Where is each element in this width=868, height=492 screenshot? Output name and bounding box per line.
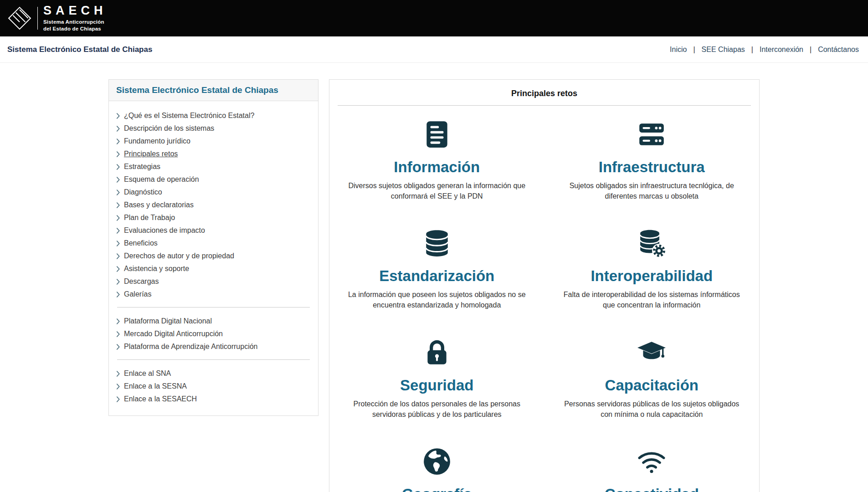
nav-link-see-chiapas[interactable]: SEE Chiapas xyxy=(702,46,745,54)
challenge-title: Información xyxy=(394,159,480,176)
challenges-grid: InformaciónDiversos sujetos obligados ge… xyxy=(329,106,759,492)
sidebar-item-fundamento-juridico[interactable]: Fundamento jurídico xyxy=(116,135,311,148)
sidebar-item-label: Descripción de los sistemas xyxy=(124,124,214,133)
sidebar-item-derechos-de-autor-y-de-propiedad[interactable]: Derechos de autor y de propiedad xyxy=(116,250,311,262)
sidebar-item-label: Plataforma de Aprendizaje Anticorrupción xyxy=(124,343,258,351)
challenge-title: Capacitación xyxy=(605,377,699,394)
logo-subtitle-line1: Sistema Anticorrupción xyxy=(43,19,104,25)
challenge-title: Conectividad xyxy=(605,486,699,492)
sidebar-menu: ¿Qué es el Sistema Electrónico Estatal?D… xyxy=(109,101,318,415)
chevron-right-icon xyxy=(116,279,120,285)
chevron-right-icon xyxy=(116,331,120,337)
page-content: Sistema Electrónico Estatal de Chiapas ¿… xyxy=(0,63,868,492)
sidebar-item-label: Fundamento jurídico xyxy=(124,137,190,145)
sidebar-item-enlace-a-la-sesaech[interactable]: Enlace a la SESAECH xyxy=(116,393,311,405)
nav-separator: | xyxy=(751,46,753,54)
challenge-item-conectividad: Conectividad xyxy=(544,433,760,492)
sidebar-item-label: Derechos de autor y de propiedad xyxy=(124,252,234,260)
saech-logo-icon xyxy=(7,6,32,31)
chevron-right-icon xyxy=(116,241,120,246)
sidebar-item-galerias[interactable]: Galerías xyxy=(116,288,311,301)
logo-title: SAECH xyxy=(43,5,107,17)
chevron-right-icon xyxy=(116,164,120,170)
sidebar-item-diagnostico[interactable]: Diagnóstico xyxy=(116,186,311,199)
nav-link-interconexion[interactable]: Interconexión xyxy=(760,46,803,54)
sidebar-item-label: Estrategias xyxy=(124,163,160,171)
chevron-right-icon xyxy=(116,292,120,297)
challenge-description: Falta de interoperabilidad de los sistem… xyxy=(563,289,741,310)
sidebar-item-plan-de-trabajo[interactable]: Plan de Trabajo xyxy=(116,211,311,224)
sidebar-item-enlace-a-la-sesna[interactable]: Enlace a la SESNA xyxy=(116,380,311,393)
chevron-right-icon xyxy=(116,190,120,195)
sidebar-item-label: Galerías xyxy=(124,290,151,298)
wifi-icon xyxy=(637,446,667,477)
globe-icon xyxy=(422,446,452,477)
chevron-right-icon xyxy=(116,384,120,390)
logo-divider xyxy=(37,7,38,30)
nav-separator: | xyxy=(693,46,695,54)
logo-subtitle-line2: del Estado de Chiapas xyxy=(43,26,101,31)
chevron-right-icon xyxy=(116,228,120,234)
challenge-title: Geografía xyxy=(402,486,472,492)
sidebar-item-label: Enlace a la SESNA xyxy=(124,382,187,390)
sidebar-title: Sistema Electrónico Estatal de Chiapas xyxy=(116,85,278,95)
challenge-description: Protección de los datos personales de la… xyxy=(348,399,526,420)
challenge-item-geografia: Geografía xyxy=(329,433,544,492)
sidebar-item-label: Principales retos xyxy=(124,150,178,158)
sidebar-item-label: Enlace a la SESAECH xyxy=(124,395,197,403)
main-navbar: Sistema Electrónico Estatal de Chiapas I… xyxy=(0,36,868,63)
sidebar-item-principales-retos[interactable]: Principales retos xyxy=(116,148,311,160)
challenge-item-infraestructura: InfraestructuraSujetos obligados sin inf… xyxy=(544,106,760,215)
sidebar-item-label: Mercado Digital Anticorrupción xyxy=(124,330,223,338)
sidebar-item-evaluaciones-de-impacto[interactable]: Evaluaciones de impacto xyxy=(116,224,311,237)
chevron-right-icon xyxy=(116,318,120,324)
sidebar-item-label: Beneficios xyxy=(124,239,158,247)
chevron-right-icon xyxy=(116,177,120,183)
challenge-item-capacitacion: CapacitaciónPersonas servidoras públicas… xyxy=(544,324,760,433)
sidebar-item-bases-y-declaratorias[interactable]: Bases y declaratorias xyxy=(116,199,311,211)
sidebar-item-label: Plataforma Digital Nacional xyxy=(124,317,212,325)
sidebar-item-plataforma-de-aprendizaje-anticorrupcion[interactable]: Plataforma de Aprendizaje Anticorrupción xyxy=(116,340,311,353)
nav-links: Inicio|SEE Chiapas|Interconexión|Contáct… xyxy=(670,46,859,54)
nav-link-inicio[interactable]: Inicio xyxy=(670,46,687,54)
database-gear-icon xyxy=(637,228,667,258)
challenge-item-seguridad: SeguridadProtección de los datos persona… xyxy=(329,324,544,433)
sidebar-item-asistencia-y-soporte[interactable]: Asistencia y soporte xyxy=(116,262,311,275)
sidebar-item-label: Esquema de operación xyxy=(124,175,199,184)
chevron-right-icon xyxy=(116,253,120,259)
sidebar-item-descargas[interactable]: Descargas xyxy=(116,275,311,288)
nav-link-contactanos[interactable]: Contáctanos xyxy=(818,46,859,54)
sidebar-item-label: Asistencia y soporte xyxy=(124,265,189,273)
sidebar-item-mercado-digital-anticorrupcion[interactable]: Mercado Digital Anticorrupción xyxy=(116,328,311,340)
challenge-title: Seguridad xyxy=(400,377,473,394)
challenge-title: Estandarización xyxy=(379,267,494,285)
sidebar-item-estrategias[interactable]: Estrategias xyxy=(116,160,311,173)
sidebar-item-beneficios[interactable]: Beneficios xyxy=(116,237,311,250)
sidebar-header: Sistema Electrónico Estatal de Chiapas xyxy=(109,80,318,101)
saech-logo[interactable]: SAECH Sistema Anticorrupción del Estado … xyxy=(7,5,107,32)
chevron-right-icon xyxy=(116,151,120,157)
chevron-right-icon xyxy=(116,215,120,221)
sidebar-item-label: Plan de Trabajo xyxy=(124,214,175,222)
challenge-description: Diversos sujetos obligados generan la in… xyxy=(348,180,526,201)
sidebar-item-plataforma-digital-nacional[interactable]: Plataforma Digital Nacional xyxy=(116,315,311,328)
nav-separator: | xyxy=(810,46,812,54)
challenge-description: La información que poseen los sujetos ob… xyxy=(348,289,526,310)
database-icon xyxy=(422,228,452,258)
sidebar-item-label: Enlace al SNA xyxy=(124,369,171,378)
server-icon xyxy=(637,119,667,149)
challenge-description: Personas servidoras públicas de los suje… xyxy=(563,399,741,420)
sidebar-item-que-es-el-sistema-electronico-estatal[interactable]: ¿Qué es el Sistema Electrónico Estatal? xyxy=(116,109,311,122)
challenge-item-interoperabilidad: InteroperabilidadFalta de interoperabili… xyxy=(544,215,760,323)
sidebar-divider xyxy=(117,307,310,308)
chevron-right-icon xyxy=(116,371,120,377)
document-lines-icon xyxy=(422,119,452,149)
lock-icon xyxy=(422,338,452,368)
chevron-right-icon xyxy=(116,202,120,208)
sidebar-item-label: ¿Qué es el Sistema Electrónico Estatal? xyxy=(124,112,254,120)
sidebar-item-descripcion-de-los-sistemas[interactable]: Descripción de los sistemas xyxy=(116,122,311,135)
chevron-right-icon xyxy=(116,344,120,350)
page-title: Principales retos xyxy=(329,80,759,105)
sidebar-item-enlace-al-sna[interactable]: Enlace al SNA xyxy=(116,367,311,380)
sidebar-item-esquema-de-operacion[interactable]: Esquema de operación xyxy=(116,173,311,186)
